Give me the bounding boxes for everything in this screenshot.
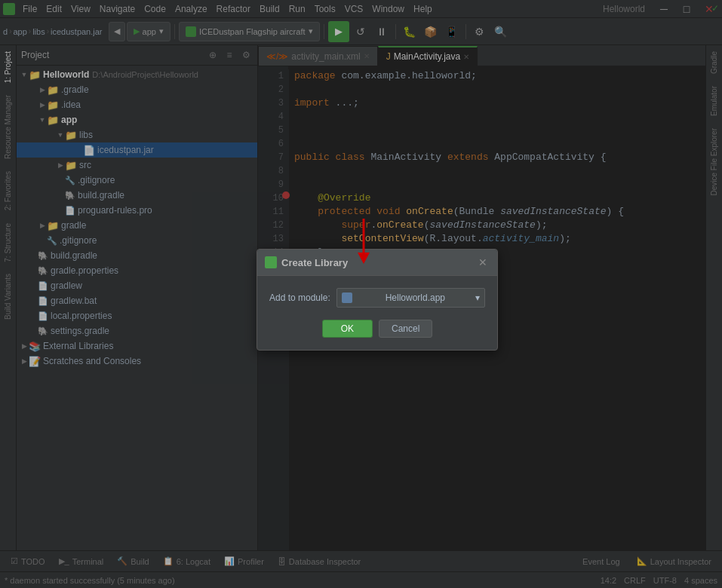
dialog-select-module-icon [342,292,352,303]
dialog-module-row: Add to module: Helloworld.app ▾ [269,288,485,308]
dialog-title: Create Library [281,257,476,268]
dialog-buttons: OK Cancel [269,317,485,341]
dialog-add-to-module-label: Add to module: [269,292,330,303]
dialog-title-icon [265,256,277,268]
dialog-cancel-button[interactable]: Cancel [379,320,432,338]
dialog-body: Add to module: Helloworld.app ▾ OK Cance… [257,276,497,350]
create-library-dialog: Create Library ✕ Add to module: Hellowor… [257,249,498,351]
dialog-header: Create Library ✕ [257,250,497,276]
dialog-module-select[interactable]: Helloworld.app ▾ [336,288,485,308]
dialog-overlay: Create Library ✕ Add to module: Hellowor… [0,0,722,588]
dialog-module-value: Helloworld.app [386,292,445,303]
dialog-select-arrow: ▾ [475,292,480,303]
dialog-ok-button[interactable]: OK [322,320,373,338]
dialog-close-button[interactable]: ✕ [476,256,490,269]
